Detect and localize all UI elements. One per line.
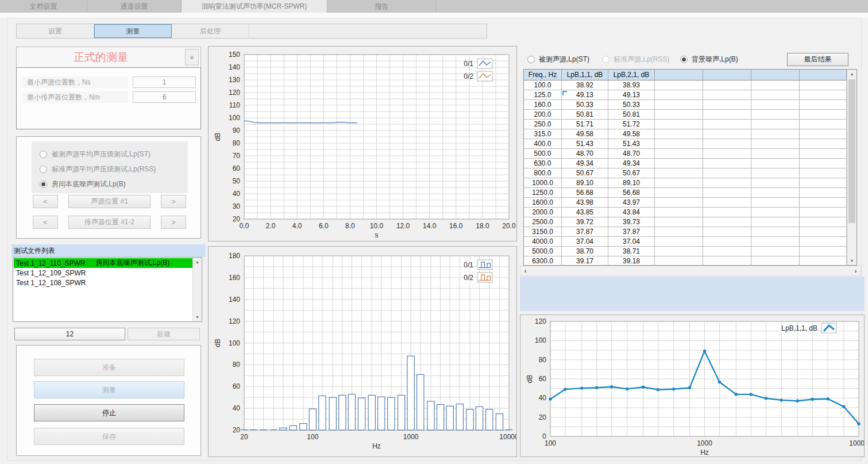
table-cell[interactable]: 630.0: [524, 159, 562, 168]
table-cell[interactable]: 50.81: [608, 110, 655, 120]
table-cell[interactable]: 1250.0: [524, 188, 562, 198]
table-cell[interactable]: 39.73: [608, 217, 655, 227]
table-cell[interactable]: [800, 168, 847, 178]
table-cell[interactable]: [655, 256, 703, 266]
table-cell[interactable]: 4000.0: [524, 237, 562, 247]
table-cell[interactable]: 39.72: [562, 217, 608, 227]
source-position-next-button[interactable]: >: [161, 195, 186, 208]
table-cell[interactable]: [751, 80, 800, 90]
table-cell[interactable]: [703, 188, 751, 198]
table-cell[interactable]: 50.33: [562, 100, 608, 110]
table-cell[interactable]: [703, 139, 751, 149]
table-cell[interactable]: 51.43: [562, 139, 608, 149]
new-file-button[interactable]: 新建: [128, 328, 200, 340]
table-cell[interactable]: 400.0: [524, 139, 562, 149]
result-radio-lp-b[interactable]: 背景噪声,Lp(B): [680, 55, 738, 64]
table-cell[interactable]: 48.70: [608, 149, 655, 159]
table-cell[interactable]: [655, 159, 703, 168]
table-cell[interactable]: [703, 208, 751, 217]
table-cell[interactable]: 37.04: [562, 237, 608, 247]
table-cell[interactable]: 37.87: [562, 227, 608, 237]
mic-position-next-button[interactable]: >: [161, 216, 186, 229]
table-cell[interactable]: [703, 80, 751, 90]
table-cell[interactable]: [751, 188, 800, 198]
scroll-down-icon[interactable]: ▼: [847, 256, 857, 265]
table-cell[interactable]: [800, 80, 847, 90]
table-cell[interactable]: [800, 188, 847, 198]
radio-icon[interactable]: [527, 56, 535, 63]
table-cell[interactable]: [751, 208, 800, 217]
table-cell[interactable]: [800, 208, 847, 217]
table-cell[interactable]: [703, 149, 751, 159]
stop-button[interactable]: 停止: [34, 404, 184, 421]
scrollbar-thumb[interactable]: [848, 79, 855, 223]
table-cell[interactable]: 50.67: [562, 168, 608, 178]
table-cell[interactable]: 49.13: [608, 90, 655, 100]
table-cell[interactable]: [655, 227, 703, 237]
table-cell[interactable]: [655, 168, 703, 178]
table-cell[interactable]: 160.0: [524, 100, 562, 110]
table-cell[interactable]: 39.17: [562, 256, 608, 266]
table-cell[interactable]: 43.85: [562, 208, 608, 217]
table-cell[interactable]: [703, 237, 751, 247]
table-cell[interactable]: 37.87: [608, 227, 655, 237]
table-cell[interactable]: [703, 110, 751, 120]
table-cell[interactable]: [655, 120, 703, 129]
tab-channel-settings[interactable]: 通道设置: [87, 0, 182, 13]
table-cell[interactable]: [800, 159, 847, 168]
table-cell[interactable]: 43.97: [608, 198, 655, 208]
file-list-item[interactable]: Test 1_12_110_SPWR房间本底噪声测试,Lp(B): [14, 258, 192, 268]
file-list-item[interactable]: Test 1_12_108_SPWR: [14, 278, 192, 287]
table-cell[interactable]: 43.84: [608, 208, 655, 217]
table-cell[interactable]: 100.0: [524, 80, 562, 90]
table-cell[interactable]: [800, 100, 847, 110]
table-cell[interactable]: [800, 110, 847, 120]
table-cell[interactable]: [751, 100, 800, 110]
radio-lp-rss[interactable]: 标准声源平均声压级测试,Lp(RSS): [40, 163, 156, 175]
radio-icon[interactable]: [680, 56, 688, 63]
radio-lp-st[interactable]: 被测声源平均声压级测试,Lp(ST): [40, 148, 151, 160]
table-cell[interactable]: [655, 110, 703, 120]
file-list-item[interactable]: Test 1_12_109_SPWR: [14, 268, 192, 278]
save-button[interactable]: 保存: [34, 428, 184, 445]
table-cell[interactable]: [655, 188, 703, 198]
table-cell[interactable]: [800, 178, 847, 188]
table-cell[interactable]: 43.98: [562, 198, 608, 208]
table-cell[interactable]: [655, 208, 703, 217]
table-cell[interactable]: 49.34: [608, 159, 655, 168]
table-cell[interactable]: [751, 129, 800, 139]
table-cell[interactable]: 6300.0: [524, 256, 562, 266]
table-cell[interactable]: 500.0: [524, 149, 562, 159]
table-cell[interactable]: [703, 247, 751, 256]
table-cell[interactable]: 250.0: [524, 120, 562, 129]
table-cell[interactable]: [655, 237, 703, 247]
table-cell[interactable]: [703, 129, 751, 139]
table-cell[interactable]: 2500.0: [524, 217, 562, 227]
table-cell[interactable]: 49.13: [562, 90, 608, 100]
table-cell[interactable]: [655, 198, 703, 208]
scroll-left-icon[interactable]: ‹: [520, 266, 530, 275]
table-cell[interactable]: [655, 217, 703, 227]
table-cell[interactable]: 125.0: [524, 90, 562, 100]
table-horizontal-scrollbar[interactable]: ‹ ›: [520, 266, 861, 276]
table-cell[interactable]: [751, 90, 800, 100]
table-cell[interactable]: 38.93: [608, 80, 655, 90]
subtab-settings[interactable]: 设置: [17, 24, 94, 38]
measure-button[interactable]: 测量: [34, 381, 184, 398]
table-cell[interactable]: [751, 237, 800, 247]
table-cell[interactable]: 51.43: [608, 139, 655, 149]
scroll-up-icon[interactable]: ▲: [193, 258, 202, 266]
table-cell[interactable]: 200.0: [524, 110, 562, 120]
table-cell[interactable]: [800, 198, 847, 208]
last-result-button[interactable]: 最后结果: [787, 53, 848, 66]
table-cell[interactable]: [703, 256, 751, 266]
table-cell[interactable]: 315.0: [524, 129, 562, 139]
scroll-right-icon[interactable]: ›: [851, 266, 861, 275]
table-cell[interactable]: [800, 139, 847, 149]
table-cell[interactable]: [751, 120, 800, 129]
tab-report[interactable]: 报告: [327, 0, 437, 13]
table-cell[interactable]: [751, 217, 800, 227]
tab-document-settings[interactable]: 文档设置: [0, 0, 87, 13]
table-cell[interactable]: [655, 90, 703, 100]
table-cell[interactable]: [655, 178, 703, 188]
